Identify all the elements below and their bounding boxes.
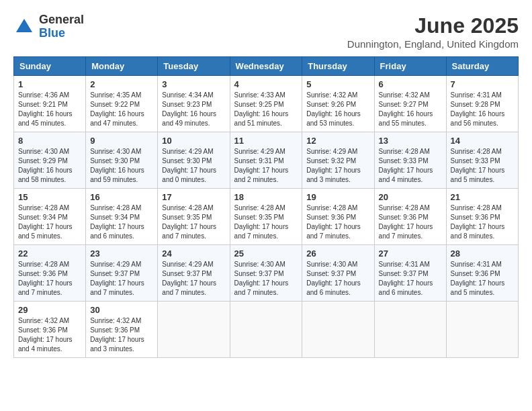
day-number: 18	[234, 192, 298, 202]
calendar-cell: 8Sunrise: 4:30 AMSunset: 9:29 PMDaylight…	[14, 132, 86, 189]
day-info: Sunrise: 4:31 AMSunset: 9:36 PMDaylight:…	[451, 260, 514, 298]
calendar-cell: 27Sunrise: 4:31 AMSunset: 9:37 PMDayligh…	[374, 245, 446, 302]
day-info: Sunrise: 4:32 AMSunset: 9:36 PMDaylight:…	[18, 316, 81, 354]
day-info: Sunrise: 4:29 AMSunset: 9:30 PMDaylight:…	[162, 147, 225, 185]
calendar-cell: 29Sunrise: 4:32 AMSunset: 9:36 PMDayligh…	[14, 302, 86, 358]
day-number: 14	[451, 136, 514, 146]
calendar-cell: 24Sunrise: 4:29 AMSunset: 9:37 PMDayligh…	[158, 245, 230, 302]
day-info: Sunrise: 4:36 AMSunset: 9:21 PMDaylight:…	[18, 91, 81, 128]
day-number: 26	[306, 248, 369, 259]
day-info: Sunrise: 4:28 AMSunset: 9:36 PMDaylight:…	[379, 203, 442, 241]
column-header-tuesday: Tuesday	[158, 57, 230, 76]
day-info: Sunrise: 4:29 AMSunset: 9:37 PMDaylight:…	[162, 260, 225, 298]
day-number: 27	[379, 248, 442, 259]
day-info: Sunrise: 4:28 AMSunset: 9:36 PMDaylight:…	[306, 203, 369, 241]
day-number: 11	[234, 136, 298, 146]
column-header-friday: Friday	[374, 57, 446, 76]
calendar-cell: 19Sunrise: 4:28 AMSunset: 9:36 PMDayligh…	[302, 189, 374, 245]
calendar-cell: 5Sunrise: 4:32 AMSunset: 9:26 PMDaylight…	[302, 76, 374, 132]
column-header-saturday: Saturday	[446, 57, 518, 76]
day-info: Sunrise: 4:29 AMSunset: 9:31 PMDaylight:…	[234, 147, 298, 185]
calendar-table: SundayMondayTuesdayWednesdayThursdayFrid…	[13, 56, 519, 358]
calendar-cell: 9Sunrise: 4:30 AMSunset: 9:30 PMDaylight…	[86, 132, 158, 189]
title-block: June 2025 Dunnington, England, United Ki…	[347, 13, 519, 50]
day-info: Sunrise: 4:31 AMSunset: 9:28 PMDaylight:…	[451, 91, 514, 128]
calendar-cell: 16Sunrise: 4:28 AMSunset: 9:34 PMDayligh…	[86, 189, 158, 245]
day-info: Sunrise: 4:33 AMSunset: 9:25 PMDaylight:…	[234, 91, 298, 128]
month-title: June 2025	[347, 13, 519, 38]
day-info: Sunrise: 4:30 AMSunset: 9:37 PMDaylight:…	[306, 260, 369, 298]
day-number: 8	[18, 136, 81, 146]
column-header-thursday: Thursday	[302, 57, 374, 76]
calendar-cell: 12Sunrise: 4:29 AMSunset: 9:32 PMDayligh…	[302, 132, 374, 189]
day-info: Sunrise: 4:30 AMSunset: 9:29 PMDaylight:…	[18, 147, 81, 185]
calendar-cell: 13Sunrise: 4:28 AMSunset: 9:33 PMDayligh…	[374, 132, 446, 189]
calendar-cell: 6Sunrise: 4:32 AMSunset: 9:27 PMDaylight…	[374, 76, 446, 132]
page-header: General Blue June 2025 Dunnington, Engla…	[13, 13, 519, 50]
calendar-cell: 25Sunrise: 4:30 AMSunset: 9:37 PMDayligh…	[230, 245, 302, 302]
day-number: 21	[451, 192, 514, 202]
calendar-cell: 22Sunrise: 4:28 AMSunset: 9:36 PMDayligh…	[14, 245, 86, 302]
day-info: Sunrise: 4:31 AMSunset: 9:37 PMDaylight:…	[379, 260, 442, 298]
calendar-cell	[158, 302, 230, 358]
day-info: Sunrise: 4:28 AMSunset: 9:36 PMDaylight:…	[451, 203, 514, 241]
calendar-cell: 3Sunrise: 4:34 AMSunset: 9:23 PMDaylight…	[158, 76, 230, 132]
day-number: 30	[90, 305, 153, 315]
calendar-cell: 14Sunrise: 4:28 AMSunset: 9:33 PMDayligh…	[446, 132, 518, 189]
day-number: 6	[379, 79, 442, 89]
day-info: Sunrise: 4:35 AMSunset: 9:22 PMDaylight:…	[90, 91, 153, 128]
calendar-week-row: 1Sunrise: 4:36 AMSunset: 9:21 PMDaylight…	[14, 76, 519, 132]
day-info: Sunrise: 4:28 AMSunset: 9:33 PMDaylight:…	[379, 147, 442, 185]
day-info: Sunrise: 4:32 AMSunset: 9:36 PMDaylight:…	[90, 316, 153, 354]
column-header-wednesday: Wednesday	[230, 57, 302, 76]
day-info: Sunrise: 4:30 AMSunset: 9:37 PMDaylight:…	[234, 260, 298, 298]
day-number: 16	[90, 192, 153, 202]
day-info: Sunrise: 4:29 AMSunset: 9:32 PMDaylight:…	[306, 147, 369, 185]
calendar-cell: 7Sunrise: 4:31 AMSunset: 9:28 PMDaylight…	[446, 76, 518, 132]
calendar-cell: 10Sunrise: 4:29 AMSunset: 9:30 PMDayligh…	[158, 132, 230, 189]
calendar-week-row: 8Sunrise: 4:30 AMSunset: 9:29 PMDaylight…	[14, 132, 519, 189]
calendar-cell: 15Sunrise: 4:28 AMSunset: 9:34 PMDayligh…	[14, 189, 86, 245]
day-number: 7	[451, 79, 514, 89]
logo-text: General Blue	[39, 13, 84, 40]
calendar-cell	[302, 302, 374, 358]
calendar-week-row: 22Sunrise: 4:28 AMSunset: 9:36 PMDayligh…	[14, 245, 519, 302]
day-number: 2	[90, 79, 153, 89]
day-number: 13	[379, 136, 442, 146]
calendar-cell: 18Sunrise: 4:28 AMSunset: 9:35 PMDayligh…	[230, 189, 302, 245]
day-number: 17	[162, 192, 225, 202]
day-number: 3	[162, 79, 225, 89]
day-number: 20	[379, 192, 442, 202]
logo-general-text: General	[39, 13, 84, 27]
calendar-cell: 2Sunrise: 4:35 AMSunset: 9:22 PMDaylight…	[86, 76, 158, 132]
day-info: Sunrise: 4:28 AMSunset: 9:34 PMDaylight:…	[90, 203, 153, 241]
day-info: Sunrise: 4:32 AMSunset: 9:27 PMDaylight:…	[379, 91, 442, 128]
day-number: 4	[234, 79, 298, 89]
calendar-cell: 20Sunrise: 4:28 AMSunset: 9:36 PMDayligh…	[374, 189, 446, 245]
day-info: Sunrise: 4:34 AMSunset: 9:23 PMDaylight:…	[162, 91, 225, 128]
day-info: Sunrise: 4:28 AMSunset: 9:35 PMDaylight:…	[234, 203, 298, 241]
day-number: 23	[90, 248, 153, 259]
day-number: 19	[306, 192, 369, 202]
day-info: Sunrise: 4:28 AMSunset: 9:35 PMDaylight:…	[162, 203, 225, 241]
day-number: 24	[162, 248, 225, 259]
calendar-cell: 23Sunrise: 4:29 AMSunset: 9:37 PMDayligh…	[86, 245, 158, 302]
logo-icon	[13, 16, 35, 38]
logo-blue-text: Blue	[39, 27, 84, 40]
calendar-header-row: SundayMondayTuesdayWednesdayThursdayFrid…	[14, 57, 519, 76]
day-info: Sunrise: 4:30 AMSunset: 9:30 PMDaylight:…	[90, 147, 153, 185]
day-number: 25	[234, 248, 298, 259]
calendar-cell: 4Sunrise: 4:33 AMSunset: 9:25 PMDaylight…	[230, 76, 302, 132]
day-info: Sunrise: 4:28 AMSunset: 9:34 PMDaylight:…	[18, 203, 81, 241]
day-info: Sunrise: 4:29 AMSunset: 9:37 PMDaylight:…	[90, 260, 153, 298]
calendar-cell	[446, 302, 518, 358]
calendar-week-row: 15Sunrise: 4:28 AMSunset: 9:34 PMDayligh…	[14, 189, 519, 245]
calendar-cell	[230, 302, 302, 358]
day-info: Sunrise: 4:28 AMSunset: 9:33 PMDaylight:…	[451, 147, 514, 185]
calendar-cell: 17Sunrise: 4:28 AMSunset: 9:35 PMDayligh…	[158, 189, 230, 245]
calendar-cell: 28Sunrise: 4:31 AMSunset: 9:36 PMDayligh…	[446, 245, 518, 302]
day-number: 28	[451, 248, 514, 259]
calendar-cell: 30Sunrise: 4:32 AMSunset: 9:36 PMDayligh…	[86, 302, 158, 358]
logo: General Blue	[13, 13, 84, 40]
day-number: 29	[18, 305, 81, 315]
